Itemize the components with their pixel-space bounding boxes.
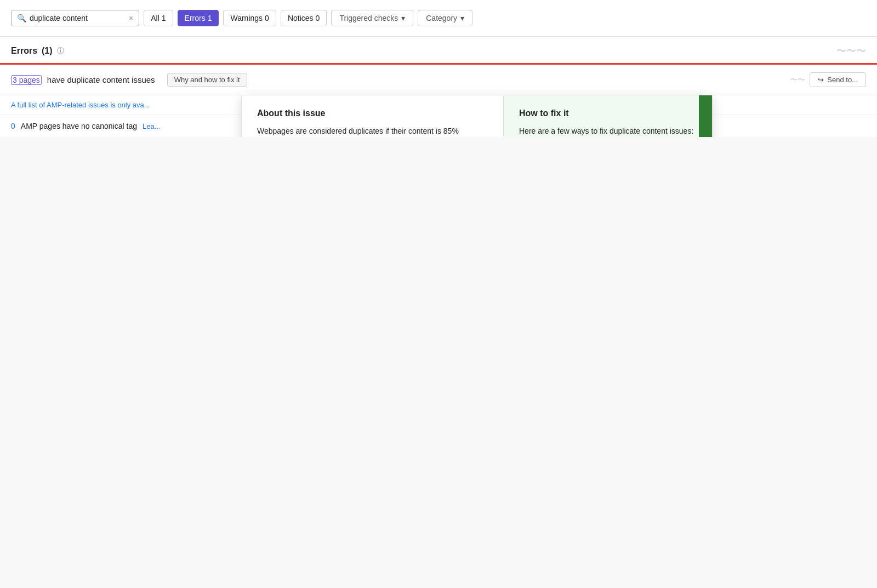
tooltip-panel: About this issue Webpages are considered…	[241, 95, 713, 137]
chevron-down-icon: ▾	[460, 14, 464, 22]
tooltip-howtofix-section: How to fix it Here are a few ways to fix…	[504, 95, 712, 137]
why-fix-button[interactable]: Why and how to fix it	[167, 73, 247, 87]
pages-highlight: 3 pages	[11, 75, 42, 85]
category-dropdown[interactable]: Category ▾	[418, 10, 472, 26]
main-content: 3 pages have duplicate content issues Wh…	[0, 65, 877, 137]
section-count: (1)	[42, 46, 53, 56]
wave-small: 〜〜	[790, 75, 805, 85]
tooltip-about-section: About this issue Webpages are considered…	[242, 95, 504, 137]
amp-notice-text: is only ava...	[110, 101, 150, 109]
triggered-checks-dropdown[interactable]: Triggered checks ▾	[331, 10, 413, 26]
howtofix-title: How to fix it	[519, 109, 697, 118]
send-to-button[interactable]: ↪ Send to...	[810, 72, 866, 87]
issue-row: 3 pages have duplicate content issues Wh…	[0, 65, 877, 95]
search-input[interactable]	[30, 14, 126, 22]
section-header: Errors (1) ⓘ 〜〜〜	[0, 37, 877, 63]
howtofix-body: Here are a few ways to fix duplicate con…	[519, 125, 697, 137]
about-title: About this issue	[257, 109, 488, 118]
chevron-down-icon: ▾	[401, 14, 405, 22]
green-badge[interactable]: es	[699, 95, 712, 137]
sub-issue-text: AMP pages have no canonical tag	[21, 122, 137, 130]
search-icon: 🔍	[17, 14, 26, 22]
toolbar: 🔍 × All 1 Errors 1 Warnings 0 Notices 0 …	[0, 0, 877, 37]
send-icon: ↪	[818, 76, 824, 84]
info-icon[interactable]: ⓘ	[57, 46, 64, 56]
wave-decoration: 〜〜〜	[836, 44, 866, 58]
filter-notices-button[interactable]: Notices 0	[281, 10, 327, 26]
about-p1: Webpages are considered duplicates if th…	[257, 125, 488, 137]
search-box: 🔍 ×	[11, 10, 139, 26]
filter-warnings-button[interactable]: Warnings 0	[223, 10, 276, 26]
section-title: Errors	[11, 46, 37, 56]
howtofix-intro: Here are a few ways to fix duplicate con…	[519, 125, 697, 137]
learn-more-link[interactable]: Lea...	[143, 122, 161, 130]
clear-icon[interactable]: ×	[129, 14, 133, 22]
filter-errors-button[interactable]: Errors 1	[178, 10, 219, 26]
filter-all-button[interactable]: All 1	[144, 10, 173, 26]
about-body: Webpages are considered duplicates if th…	[257, 125, 488, 137]
amp-link[interactable]: A full list of AMP-related issues	[11, 101, 109, 109]
issue-text: have duplicate content issues	[47, 75, 155, 84]
sub-issue-count: 0	[11, 122, 15, 130]
